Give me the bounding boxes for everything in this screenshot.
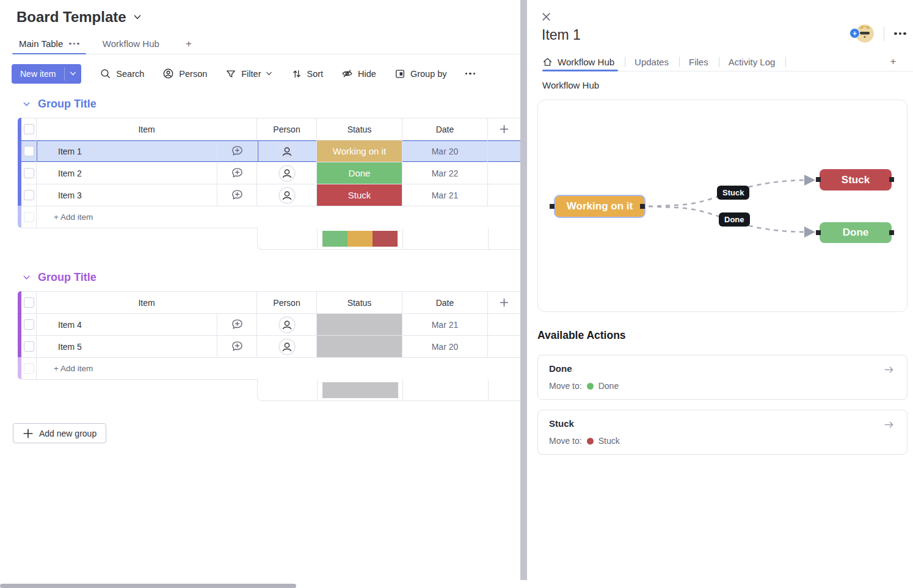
board-title-menu[interactable]: Board Template — [16, 9, 142, 26]
add-item-row[interactable]: + Add item — [21, 206, 520, 228]
table-row[interactable]: Item 2 Done Mar 22 — [21, 162, 520, 184]
person-cell[interactable] — [257, 336, 317, 357]
search-button[interactable]: Search — [100, 68, 144, 79]
sort-button[interactable]: Sort — [291, 68, 324, 79]
eye-off-icon — [341, 68, 353, 79]
board-view: Board Template Main Table Workflow Hub +… — [0, 0, 520, 588]
connector-handle[interactable] — [550, 204, 555, 209]
person-cell[interactable] — [257, 140, 317, 162]
workflow-node-working-on-it[interactable]: Working on it — [554, 195, 646, 218]
column-header-status[interactable]: Status — [317, 292, 402, 313]
workflow-diagram-canvas[interactable]: Working on it Stuck Done Stuck Done — [537, 100, 908, 312]
group-header[interactable]: Group Title — [22, 98, 96, 111]
status-cell[interactable]: Stuck — [317, 184, 402, 206]
add-update-button[interactable] — [217, 140, 257, 162]
arrow-right-icon[interactable] — [883, 419, 895, 430]
add-item-row[interactable]: + Add item — [21, 358, 520, 380]
column-header-status[interactable]: Status — [317, 118, 402, 140]
toolbar-more-button[interactable] — [465, 73, 476, 75]
row-checkbox[interactable] — [21, 140, 37, 162]
tab-files[interactable]: Files — [689, 53, 710, 71]
date-cell[interactable]: Mar 22 — [402, 162, 488, 184]
add-update-button[interactable] — [217, 162, 257, 184]
person-cell[interactable] — [257, 184, 317, 206]
status-cell[interactable] — [317, 314, 402, 335]
add-column-button[interactable] — [488, 118, 520, 140]
column-header-date[interactable]: Date — [402, 292, 488, 313]
status-summary-cell[interactable] — [318, 228, 403, 249]
workflow-node-done[interactable]: Done — [820, 222, 892, 243]
row-checkbox[interactable] — [21, 314, 37, 335]
chevron-down-icon[interactable] — [265, 70, 273, 78]
connector-handle[interactable] — [640, 204, 645, 209]
status-cell[interactable]: Done — [317, 162, 402, 184]
column-header-person[interactable]: Person — [257, 292, 317, 313]
connector-handle[interactable] — [816, 230, 821, 235]
add-update-button[interactable] — [217, 336, 257, 357]
tab-workflow-hub[interactable]: Workflow Hub — [542, 53, 616, 71]
add-new-group-button[interactable]: Add new group — [13, 423, 106, 443]
add-update-button[interactable] — [217, 314, 257, 335]
action-card-done[interactable]: Done Move to: Done — [537, 355, 908, 400]
group-by-button[interactable]: Group by — [395, 68, 447, 79]
horizontal-scrollbar[interactable] — [0, 584, 296, 588]
row-checkbox[interactable] — [21, 336, 37, 357]
status-cell[interactable]: Working on it — [317, 140, 402, 162]
action-card-stuck[interactable]: Stuck Move to: Stuck — [537, 410, 908, 455]
edge-label-stuck[interactable]: Stuck — [717, 186, 749, 200]
tab-updates[interactable]: Updates — [635, 53, 670, 71]
close-icon[interactable] — [541, 12, 551, 22]
table-row[interactable]: Item 1 Working on it Mar 20 — [21, 140, 520, 162]
connector-handle[interactable] — [889, 230, 894, 235]
tab-workflow-hub[interactable]: Workflow Hub — [96, 34, 166, 54]
panel-resize-divider[interactable] — [520, 0, 527, 580]
person-cell[interactable] — [257, 162, 317, 184]
person-cell[interactable] — [257, 314, 317, 335]
add-column-button[interactable] — [488, 292, 520, 313]
add-tab-button[interactable]: + — [890, 53, 896, 71]
item-cell[interactable]: Item 1 — [37, 140, 217, 162]
group-header[interactable]: Group Title — [22, 271, 96, 284]
connector-handle[interactable] — [816, 177, 821, 182]
item-cell[interactable]: Item 3 — [37, 184, 217, 206]
tab-menu-icon[interactable] — [69, 43, 79, 45]
person-filter-button[interactable]: Person — [162, 68, 207, 79]
column-header-person[interactable]: Person — [257, 118, 317, 140]
item-cell[interactable]: Item 4 — [37, 314, 217, 335]
select-all-checkbox[interactable] — [21, 118, 37, 140]
group-collapse-icon[interactable] — [22, 273, 31, 282]
new-item-dropdown[interactable] — [65, 64, 81, 84]
workflow-node-stuck[interactable]: Stuck — [820, 169, 892, 191]
row-checkbox[interactable] — [21, 162, 37, 184]
table-row[interactable]: Item 4 Mar 21 — [21, 314, 520, 336]
new-item-button[interactable]: New item — [12, 64, 81, 84]
column-header-item[interactable]: Item — [37, 118, 257, 140]
connector-handle[interactable] — [889, 177, 894, 182]
add-tab-button[interactable]: + — [177, 34, 200, 54]
tab-main-table[interactable]: Main Table — [12, 34, 86, 54]
date-cell[interactable]: Mar 21 — [402, 314, 488, 335]
edge-label-done[interactable]: Done — [719, 212, 750, 227]
hide-button[interactable]: Hide — [341, 68, 376, 79]
add-update-button[interactable] — [217, 184, 257, 206]
item-cell[interactable]: Item 5 — [37, 336, 217, 357]
select-all-checkbox[interactable] — [21, 292, 37, 313]
item-more-button[interactable] — [894, 32, 906, 35]
column-header-item[interactable]: Item — [37, 292, 257, 313]
invite-plus-badge[interactable]: + — [849, 28, 860, 38]
table-header-row: Item Person Status Date — [21, 292, 520, 314]
arrow-right-icon[interactable] — [883, 364, 895, 376]
tab-activity-log[interactable]: Activity Log — [729, 53, 777, 71]
status-summary-cell[interactable] — [318, 379, 403, 401]
filter-button[interactable]: Filter — [225, 68, 272, 79]
date-cell[interactable]: Mar 20 — [402, 140, 488, 162]
date-cell[interactable]: Mar 21 — [402, 184, 488, 206]
row-checkbox[interactable] — [21, 184, 37, 206]
column-header-date[interactable]: Date — [402, 118, 488, 140]
table-row[interactable]: Item 5 Mar 20 — [21, 336, 520, 358]
group-collapse-icon[interactable] — [22, 100, 31, 109]
table-row[interactable]: Item 3 Stuck Mar 21 — [21, 184, 520, 206]
date-cell[interactable]: Mar 20 — [402, 336, 488, 357]
status-cell[interactable] — [317, 336, 402, 357]
item-cell[interactable]: Item 2 — [37, 162, 217, 184]
